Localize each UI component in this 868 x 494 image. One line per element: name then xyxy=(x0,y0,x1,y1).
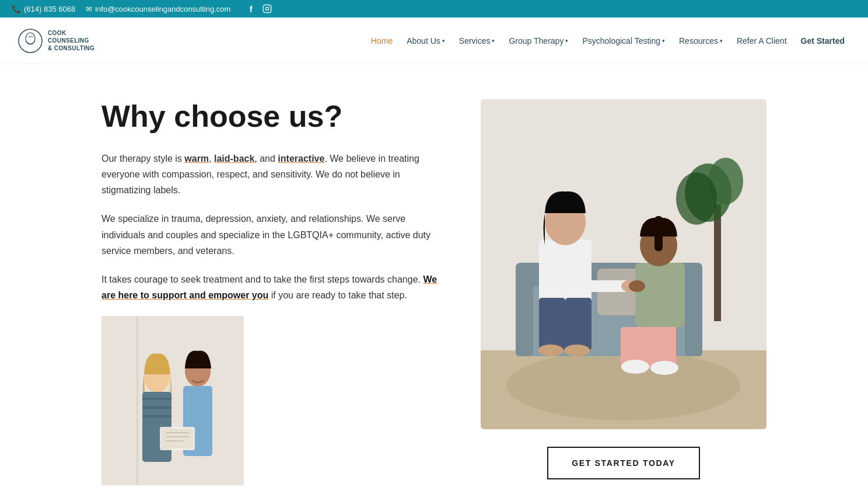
svg-point-46 xyxy=(621,360,649,374)
svg-rect-7 xyxy=(136,316,138,485)
email-icon: ✉ xyxy=(86,5,92,13)
nav-get-started[interactable]: Get Started xyxy=(795,32,850,50)
svg-point-31 xyxy=(676,172,717,225)
top-bar: 📞 (614) 835 6068 ✉ info@cookcounselingan… xyxy=(0,0,868,18)
left-column: Why choose us? Our therapy style is warm… xyxy=(102,99,446,485)
svg-rect-28 xyxy=(714,204,721,321)
interactive-text: interactive xyxy=(278,154,324,163)
svg-point-39 xyxy=(564,345,590,356)
svg-rect-34 xyxy=(565,298,592,350)
para-1: Our therapy style is warm, laid-back, an… xyxy=(102,151,446,199)
chevron-down-icon: ▾ xyxy=(662,38,665,44)
svg-point-2 xyxy=(269,6,270,7)
nav-refer-a-client[interactable]: Refer A Client xyxy=(731,32,793,50)
facebook-icon[interactable]: f xyxy=(246,4,256,14)
instagram-icon[interactable] xyxy=(262,4,272,14)
email-link[interactable]: ✉ info@cookcounselingandconsulting.com xyxy=(86,5,230,13)
phone-icon: 📞 xyxy=(12,5,21,13)
svg-point-47 xyxy=(629,280,645,292)
svg-rect-12 xyxy=(142,415,172,418)
main-content: Why choose us? Our therapy style is warm… xyxy=(55,64,813,494)
svg-rect-44 xyxy=(654,216,663,251)
svg-point-45 xyxy=(650,361,678,375)
nav-resources[interactable]: Resources ▾ xyxy=(673,32,729,50)
social-icons: f xyxy=(246,4,272,14)
nav-psychological-testing[interactable]: Psychological Testing ▾ xyxy=(576,32,671,50)
svg-rect-10 xyxy=(142,398,172,400)
chevron-down-icon: ▾ xyxy=(442,38,445,44)
logo-text: COOK COUNSELING & CONSULTING xyxy=(48,29,94,52)
chevron-down-icon: ▾ xyxy=(492,38,495,44)
page-title: Why choose us? xyxy=(102,99,446,134)
svg-rect-16 xyxy=(162,429,193,448)
svg-rect-26 xyxy=(685,274,702,356)
chevron-down-icon: ▾ xyxy=(720,38,723,44)
nav-home[interactable]: Home xyxy=(365,32,398,50)
bottom-left-image xyxy=(102,316,244,485)
logo-icon xyxy=(18,28,43,54)
svg-rect-0 xyxy=(264,5,271,12)
two-people-svg xyxy=(102,316,244,485)
nav-services[interactable]: Services ▾ xyxy=(453,32,501,50)
para-3: It takes courage to seek treatment and t… xyxy=(102,272,446,303)
main-nav: COOK COUNSELING & CONSULTING Home About … xyxy=(0,18,868,64)
svg-point-38 xyxy=(538,345,564,356)
svg-point-1 xyxy=(266,7,269,10)
svg-rect-6 xyxy=(102,316,244,485)
get-started-button[interactable]: GET STARTED TODAY xyxy=(547,447,700,479)
right-column: GET STARTED TODAY xyxy=(481,99,766,479)
para-2: We specialize in trauma, depression, anx… xyxy=(102,211,446,259)
phone-number[interactable]: 📞 (614) 835 6068 xyxy=(12,5,75,13)
svg-rect-42 xyxy=(635,263,685,327)
therapy-image xyxy=(481,99,766,429)
nav-group-therapy[interactable]: Group Therapy ▾ xyxy=(503,32,574,50)
logo[interactable]: COOK COUNSELING & CONSULTING xyxy=(18,28,94,54)
svg-rect-25 xyxy=(516,274,533,356)
svg-rect-40 xyxy=(650,321,676,368)
laid-back-text: laid-back xyxy=(214,154,254,163)
chevron-down-icon: ▾ xyxy=(565,38,568,44)
svg-rect-11 xyxy=(142,406,172,409)
nav-links: Home About Us ▾ Services ▾ Group Therapy… xyxy=(365,32,850,50)
svg-rect-33 xyxy=(539,298,565,350)
therapy-scene-svg xyxy=(481,99,766,429)
warm-text: warm xyxy=(184,154,209,163)
nav-about-us[interactable]: About Us ▾ xyxy=(401,32,451,50)
